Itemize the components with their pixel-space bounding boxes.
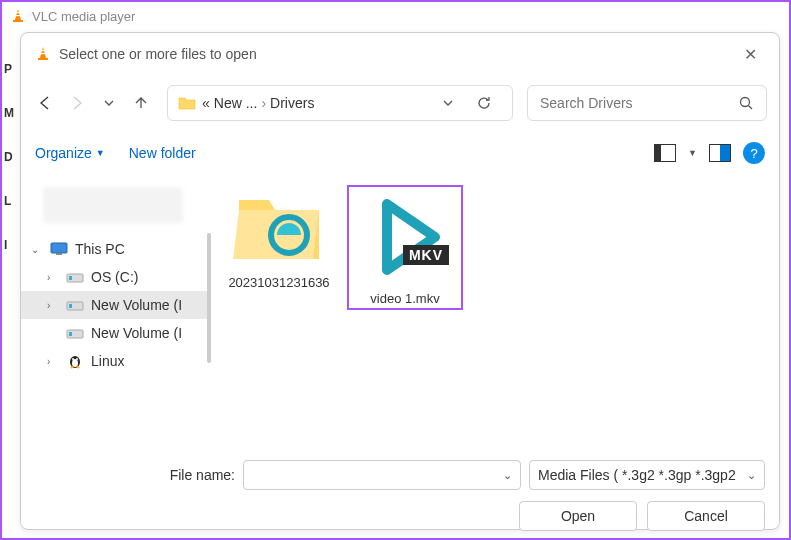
svg-rect-12 [69,304,72,308]
video-file-icon: MKV [357,189,453,285]
pc-icon [49,240,69,258]
path-seg1[interactable]: New ... [214,95,258,111]
drive-icon [65,268,85,286]
tree-linux[interactable]: › Linux [21,347,211,375]
blurred-item [43,187,183,223]
scrollbar[interactable] [207,233,211,363]
path-prefix: « [202,95,210,111]
close-button[interactable]: ✕ [736,41,765,68]
svg-point-18 [76,358,78,360]
path-seg2[interactable]: Drivers [270,95,314,111]
chevron-right-icon[interactable]: › [47,272,59,283]
search-box[interactable] [527,85,767,121]
refresh-button[interactable] [472,91,496,115]
file-video-item[interactable]: MKV video 1.mkv [347,185,463,310]
action-row: Open Cancel [21,497,779,540]
view-dropdown-icon[interactable]: ▼ [688,148,697,158]
up-button[interactable] [129,91,153,115]
filename-input[interactable]: ⌄ [243,460,521,490]
new-folder-button[interactable]: New folder [129,145,196,161]
chevron-right-icon[interactable]: › [47,300,59,311]
view-mode-button[interactable] [654,144,676,162]
svg-rect-5 [40,53,46,54]
navigation-row: « New ... › Drivers [21,75,779,131]
content-area: ⌄ This PC › OS (C:) › New Volume (I › [21,175,779,453]
dialog-title: Select one or more files to open [59,46,257,62]
folder-icon [231,185,327,269]
toolbar: Organize ▼ New folder ▼ ? [21,131,779,175]
svg-rect-14 [69,332,72,336]
chevron-down-icon[interactable]: ⌄ [31,244,43,255]
forward-button[interactable] [65,91,89,115]
file-list: 20231031231636 MKV video 1.mkv [211,175,779,453]
open-button[interactable]: Open [519,501,637,531]
file-label: 20231031231636 [228,275,329,290]
tree-new-volume-1[interactable]: › New Volume (I [21,291,211,319]
recent-dropdown[interactable] [97,91,121,115]
svg-point-17 [72,358,74,360]
chevron-right-icon[interactable]: › [47,356,59,367]
svg-point-6 [741,98,750,107]
file-open-dialog: Select one or more files to open ✕ « New… [20,32,780,530]
search-icon [738,95,754,111]
vlc-titlebar: VLC media player [2,2,789,30]
svg-rect-4 [41,50,46,51]
window-title: VLC media player [32,9,135,24]
cancel-button[interactable]: Cancel [647,501,765,531]
file-label: video 1.mkv [370,291,439,306]
svg-rect-3 [38,58,48,60]
chevron-down-icon: ⌄ [747,469,756,482]
svg-rect-10 [69,276,72,280]
chevron-down-icon[interactable] [442,97,454,109]
dialog-titlebar: Select one or more files to open ✕ [21,33,779,75]
tree-os-drive[interactable]: › OS (C:) [21,263,211,291]
drive-icon [65,324,85,342]
svg-rect-7 [51,243,67,253]
preview-pane-button[interactable] [709,144,731,162]
svg-rect-2 [15,15,21,16]
tree-new-volume-2[interactable]: › New Volume (I [21,319,211,347]
organize-menu[interactable]: Organize ▼ [35,145,105,161]
sidebar-tree: ⌄ This PC › OS (C:) › New Volume (I › [21,175,211,453]
linux-icon [65,352,85,370]
chevron-down-icon[interactable]: ⌄ [503,469,512,482]
back-button[interactable] [33,91,57,115]
filetype-select[interactable]: Media Files ( *.3g2 *.3gp *.3gp2 ⌄ [529,460,765,490]
folder-icon [178,95,196,111]
drive-icon [65,296,85,314]
filename-row: File name: ⌄ Media Files ( *.3g2 *.3gp *… [21,453,779,497]
vlc-cone-icon [35,46,51,62]
breadcrumb-path[interactable]: « New ... › Drivers [167,85,513,121]
svg-point-16 [72,359,78,367]
svg-rect-8 [56,253,62,255]
chevron-right-icon: › [261,95,266,111]
tree-this-pc[interactable]: ⌄ This PC [21,235,211,263]
mkv-badge: MKV [403,245,449,265]
svg-rect-0 [13,20,23,22]
svg-rect-1 [16,12,21,13]
search-input[interactable] [540,95,730,111]
vlc-cone-icon [10,8,26,24]
help-button[interactable]: ? [743,142,765,164]
filename-label: File name: [35,467,235,483]
file-folder-item[interactable]: 20231031231636 [221,185,337,290]
side-letters: P M D L I [4,62,14,252]
